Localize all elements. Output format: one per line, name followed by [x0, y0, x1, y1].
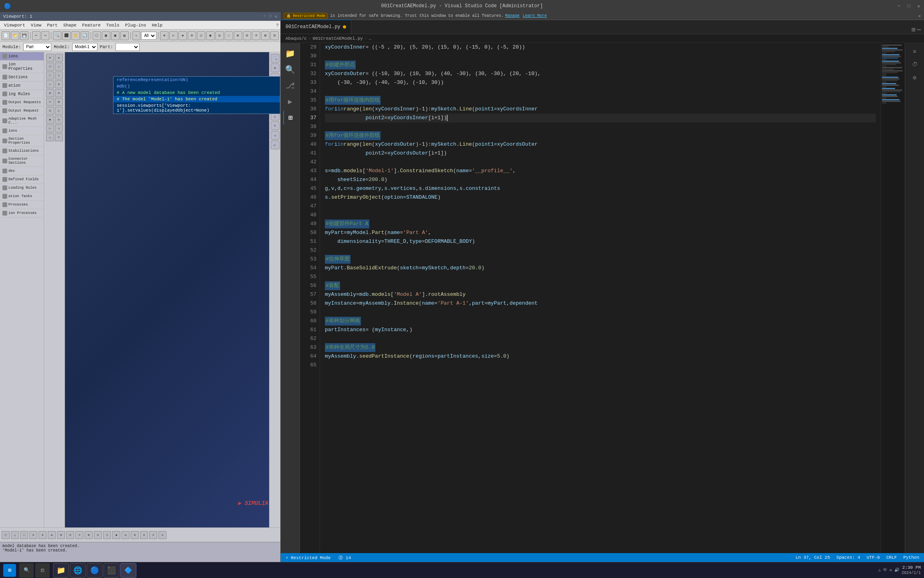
timeline-icon[interactable]: ⏱ [909, 59, 920, 70]
toolbar-btn-h[interactable]: ◌ [225, 31, 233, 40]
sidebar-item-ation[interactable]: ation [0, 81, 44, 90]
icon-tool-14[interactable]: ◯ [55, 107, 63, 115]
icon-tool-16[interactable]: ◎ [55, 116, 63, 124]
status-language[interactable]: Python [902, 555, 921, 560]
icon-tool-1[interactable]: ⊕ [46, 54, 54, 62]
icon-tool-17[interactable]: ▷ [46, 124, 54, 132]
view-side-btn[interactable]: ▤ [120, 31, 129, 40]
bt-btn-3[interactable]: □ [20, 531, 28, 539]
taskbar-cmd[interactable]: ⬛ [103, 563, 120, 578]
icon-tool-9[interactable]: ⊞ [46, 89, 54, 97]
redo-btn[interactable]: ↪ [41, 31, 50, 40]
outline-icon[interactable]: ≡ [909, 46, 920, 57]
taskbar-vscode[interactable]: 🔷 [120, 563, 136, 578]
toolbar-btn-d[interactable]: ⊗ [188, 31, 196, 40]
icon-tool-12[interactable]: ⊠ [55, 98, 63, 106]
icon-tool-3[interactable]: ⬡ [46, 63, 54, 71]
view-top-btn[interactable]: ▦ [102, 31, 110, 40]
sidebar-item-ions[interactable]: ions [0, 52, 44, 61]
sidebar-item-section-props[interactable]: Section Properties [0, 135, 44, 147]
activity-search[interactable]: 🔍 [283, 62, 298, 77]
sidebar-item-adaptive-mesh[interactable]: Adaptive Mesh C... [0, 115, 44, 127]
status-spaces[interactable]: Spaces: 4 [835, 555, 862, 560]
menu-feature[interactable]: Feature [80, 22, 103, 28]
breadcrumb-file[interactable]: 001CreatCAEModel.py [312, 36, 363, 41]
icon-tool-6[interactable]: ◇ [55, 71, 63, 79]
close-btn[interactable]: ✕ [917, 4, 920, 9]
sidebar-item-des[interactable]: des [0, 167, 44, 175]
bt-btn-4[interactable]: ⊕ [29, 531, 37, 539]
bt-btn-12[interactable]: ◯ [103, 531, 111, 539]
icon-tool-19[interactable]: △ [46, 133, 54, 141]
model-select[interactable]: Model-1 [72, 43, 97, 51]
sidebar-item-ion-properties[interactable]: ion Properties [0, 61, 44, 73]
bt-btn-6[interactable]: ◈ [48, 531, 56, 539]
bt-btn-15[interactable]: ⊛ [131, 531, 139, 539]
taskbar-search[interactable]: 🔍 [19, 563, 34, 578]
bt-btn-8[interactable]: ⊟ [66, 531, 74, 539]
bt-btn-2[interactable]: △ [11, 531, 19, 539]
icon-tool-2[interactable]: ◈ [55, 54, 63, 62]
view-iso-btn[interactable]: ⬡ [93, 31, 101, 40]
sidebar-item-output-req[interactable]: Output Requests [0, 98, 44, 107]
toolbar-btn-g[interactable]: ◎ [215, 31, 224, 40]
help-icon[interactable]: ? [276, 23, 279, 28]
icon-tool-11[interactable]: ≡ [46, 98, 54, 106]
sidebar-item-ing-rules[interactable]: ing Rules [0, 90, 44, 98]
learn-more-link[interactable]: Learn More [523, 14, 547, 18]
menu-part[interactable]: Part [45, 22, 60, 28]
taskbar-taskview[interactable]: ◰ [35, 563, 50, 578]
icon-tool-5[interactable]: □ [46, 71, 54, 79]
open-btn[interactable]: 📂 [11, 31, 19, 40]
abaqus-maximize[interactable]: □ [269, 14, 272, 19]
minimize-btn[interactable]: ─ [898, 4, 900, 9]
toolbar-btn-a[interactable]: ⊕ [160, 31, 168, 40]
toolbar-btn-f[interactable]: ◉ [206, 31, 215, 40]
vt-btn-10[interactable]: ▷ [271, 140, 280, 149]
abaqus-close[interactable]: ✕ [275, 14, 277, 19]
view-front-btn[interactable]: ▣ [111, 31, 120, 40]
bt-btn-17[interactable]: ⊝ [149, 531, 157, 539]
manage-link[interactable]: Manage [505, 14, 520, 18]
icon-tool-10[interactable]: ⊟ [55, 89, 63, 97]
new-file-btn[interactable]: 📄 [2, 31, 10, 40]
activity-explorer[interactable]: 📁 [283, 46, 298, 61]
status-restricted-mode[interactable]: ⚡ Restricted Mode [284, 555, 332, 560]
sidebar-item-stabilizations[interactable]: Stabilizations [0, 147, 44, 155]
toolbar-btn-c[interactable]: ◈ [178, 31, 187, 40]
menu-view[interactable]: View [28, 22, 44, 28]
maximize-btn[interactable]: □ [908, 4, 910, 9]
save-btn[interactable]: 💾 [20, 31, 28, 40]
menu-tools[interactable]: Tools [104, 22, 122, 28]
bt-btn-16[interactable]: ⊜ [140, 531, 148, 539]
pan-btn[interactable]: ✋ [71, 31, 80, 40]
view-select[interactable]: All [141, 32, 156, 40]
zoom-all-btn[interactable]: ⬛ [62, 31, 71, 40]
restricted-close[interactable]: ✕ [918, 14, 921, 18]
sidebar-item-processes[interactable]: Processes [0, 201, 44, 209]
activity-git[interactable]: ⎇ [283, 78, 298, 93]
bt-btn-5[interactable]: ⊗ [38, 531, 47, 539]
menu-shape[interactable]: Shape [61, 22, 79, 28]
module-select[interactable]: Part Assembly Step Mesh Job [23, 43, 51, 51]
split-editor-icon[interactable]: ⊞ [912, 26, 916, 34]
select-btn[interactable]: ↖ [132, 31, 141, 40]
sidebar-item-connector-sections[interactable]: Connector Sections [0, 155, 44, 167]
breadcrumb-root[interactable]: Abaqus/c [286, 36, 307, 41]
start-button[interactable]: ⊞ [3, 564, 16, 577]
menu-help[interactable]: Help [150, 22, 165, 28]
status-line-col[interactable]: Ln 37, Col 25 [794, 555, 832, 560]
bt-btn-9[interactable]: ≡ [75, 531, 83, 539]
tab-001creat[interactable]: 001CreatCAEModel.py [281, 20, 351, 34]
taskbar-chrome[interactable]: 🔵 [87, 563, 103, 578]
menu-viewport[interactable]: Viewport [2, 22, 28, 28]
menu-plugins[interactable]: Plug-ins [123, 22, 149, 28]
taskbar-ie[interactable]: 🌐 [70, 563, 86, 578]
icon-tool-4[interactable]: △ [55, 63, 63, 71]
rotate-btn[interactable]: 🔄 [81, 31, 89, 40]
bt-btn-10[interactable]: ⊠ [85, 531, 93, 539]
more-actions-icon[interactable]: ⋯ [917, 26, 921, 34]
icon-tool-15[interactable]: ◉ [46, 116, 54, 124]
toolbar-btn-j[interactable]: ⊟ [243, 31, 251, 40]
vt-btn-1[interactable]: 🔍 [271, 54, 280, 63]
